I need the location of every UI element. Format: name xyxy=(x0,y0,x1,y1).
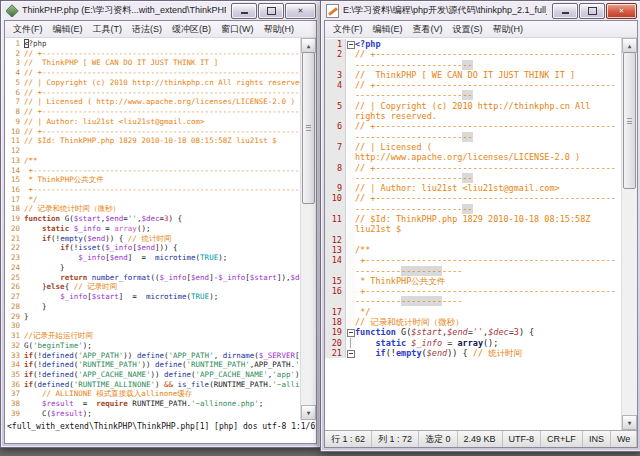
menu-item[interactable]: 文件(F) xyxy=(328,22,368,37)
code-line[interactable]: 26 }else{ // 记录时间 xyxy=(5,282,301,292)
close-button[interactable]: ✕ xyxy=(606,3,637,19)
maximize-button[interactable] xyxy=(579,3,605,19)
menu-item[interactable]: 文件(F) xyxy=(8,22,48,37)
code-line[interactable]: 7// | Licensed ( http://www.apache.org/l… xyxy=(5,97,301,107)
code-line[interactable]: 14 +------------------------------------… xyxy=(325,255,621,276)
code-line[interactable]: 23 $_info[$end] = microtime(TRUE); xyxy=(5,253,301,263)
scroll-up-arrow-icon[interactable]: ▲ xyxy=(622,38,637,53)
gvim-vertical-scrollbar[interactable]: ▲ ▼ xyxy=(300,38,316,420)
code-line[interactable]: 1<?php xyxy=(325,39,621,49)
code-text: // +------------------------------------… xyxy=(355,163,621,184)
code-line[interactable]: 3// ThinkPHP [ WE CAN DO IT JUST THINK I… xyxy=(325,70,621,80)
code-line[interactable]: 12 xyxy=(325,235,621,245)
menu-item[interactable]: 查看(V) xyxy=(408,22,448,37)
code-line[interactable]: 2// +-----------------------------------… xyxy=(5,49,301,59)
scroll-up-arrow-icon[interactable]: ▲ xyxy=(301,38,316,53)
menu-item[interactable]: 工具(T) xyxy=(88,22,128,37)
fold-toggle-icon[interactable] xyxy=(347,350,355,358)
gvim-scrollbar-thumb[interactable] xyxy=(302,52,315,204)
code-line[interactable]: 19function G($start,$end='',$dec=3) { xyxy=(5,214,301,224)
code-line[interactable]: 37 // ALLINONE 模式直接载入allinone缓存 xyxy=(5,389,301,399)
code-line[interactable]: 16 +------------------------------------… xyxy=(5,185,301,195)
minimize-button[interactable] xyxy=(552,3,578,19)
code-line[interactable]: 27 $_info[$start] = microtime(TRUE); xyxy=(5,292,301,302)
code-line[interactable]: 5// | Copyright (c) 2010 http://thinkphp… xyxy=(325,101,621,122)
code-line[interactable]: 8// +-----------------------------------… xyxy=(325,163,621,184)
code-line[interactable]: 5// | Copyright (c) 2010 http://thinkphp… xyxy=(5,78,301,88)
menu-item[interactable]: 语法(S) xyxy=(127,22,167,37)
fold-margin xyxy=(346,276,355,286)
code-line[interactable]: 22 if(!isset($_info[$end])) { xyxy=(5,243,301,253)
code-line[interactable]: 13/** xyxy=(325,245,621,255)
code-line[interactable]: 20 static $_info = array(); xyxy=(325,338,621,348)
scroll-down-arrow-icon[interactable]: ▼ xyxy=(301,405,316,420)
gvim-editor[interactable]: 1<?php2// +-----------------------------… xyxy=(5,38,316,420)
code-line[interactable]: 14 +------------------------------------… xyxy=(5,166,301,176)
code-line[interactable]: 10// +----------------------------------… xyxy=(5,127,301,137)
scroll-down-arrow-icon[interactable]: ▼ xyxy=(622,415,637,430)
menu-item[interactable]: 帮助(H) xyxy=(259,22,300,37)
code-line[interactable]: 6// +-----------------------------------… xyxy=(325,121,621,142)
code-line[interactable]: 9// | Author: liu21st <liu21st@gmail.com… xyxy=(325,183,621,193)
maximize-button[interactable] xyxy=(258,3,284,19)
code-line[interactable]: 4// +-----------------------------------… xyxy=(5,68,301,78)
fold-toggle-icon[interactable] xyxy=(347,329,355,337)
menu-item[interactable]: 缓冲区(B) xyxy=(167,22,216,37)
code-line[interactable]: 3// ThinkPHP [ WE CAN DO IT JUST THINK I… xyxy=(5,58,301,68)
menu-item[interactable]: 帮助(H) xyxy=(488,22,529,37)
menu-item[interactable]: 编辑(E) xyxy=(368,22,408,37)
code-line[interactable]: 25 return number_format(($_info[$end]-$_… xyxy=(5,273,301,283)
code-line[interactable]: 17 */ xyxy=(325,307,621,317)
editor-titlebar[interactable]: E:\学习资料\编程\php开发\源代码\thinkphp_2.1_full_w… xyxy=(321,1,640,20)
menu-item[interactable]: 设置(S) xyxy=(448,22,488,37)
code-line[interactable]: 11// $Id: ThinkPHP.php 1829 2010-10-18 0… xyxy=(5,136,301,146)
code-line[interactable]: 24 } xyxy=(5,263,301,273)
code-line[interactable]: 2// +-----------------------------------… xyxy=(325,49,621,70)
code-line[interactable]: 12 xyxy=(5,146,301,156)
fold-toggle-icon[interactable] xyxy=(347,41,355,49)
code-line[interactable]: 4// +-----------------------------------… xyxy=(325,80,621,101)
editor-scrollbar-thumb[interactable] xyxy=(623,52,636,189)
code-line[interactable]: 11// $Id: ThinkPHP.php 1829 2010-10-18 0… xyxy=(325,214,621,235)
code-line[interactable]: 15 * ThinkPHP公共文件 xyxy=(325,276,621,286)
minimize-button[interactable] xyxy=(231,3,257,19)
code-line[interactable]: 18// 记录和统计时间（微秒） xyxy=(5,204,301,214)
code-line[interactable]: 32G('beginTime'); xyxy=(5,341,301,351)
code-line[interactable]: 15 * ThinkPHP公共文件 xyxy=(5,175,301,185)
code-line[interactable]: 35if(!defined('APP_CACHE_NAME')) define(… xyxy=(5,370,301,380)
code-line[interactable]: 8// +-----------------------------------… xyxy=(5,107,301,117)
code-line[interactable]: 19function G($start,$end='',$dec=3) { xyxy=(325,327,621,337)
code-line[interactable]: 18// 记录和统计时间（微秒） xyxy=(325,317,621,327)
code-line[interactable]: 31//记录开始运行时间 xyxy=(5,331,301,341)
code-line[interactable]: 9// | Author: liu21st <liu21st@gmail.com… xyxy=(5,117,301,127)
code-line[interactable]: 33if(!defined('APP_PATH')) define('APP_P… xyxy=(5,351,301,361)
code-line[interactable]: 21 if(!empty($end)) { // 统计时间 xyxy=(5,234,301,244)
code-line[interactable]: 36if(defined('RUNTIME_ALLINONE') && is_f… xyxy=(5,380,301,390)
gvim-command-line[interactable] xyxy=(5,432,316,443)
code-line[interactable]: 20 static $_info = array(); xyxy=(5,224,301,234)
code-line[interactable]: 1<?php xyxy=(5,39,301,49)
code-line[interactable]: 39 C($result); xyxy=(5,409,301,419)
code-line[interactable]: 13/** xyxy=(5,156,301,166)
editor-code-area[interactable]: 1<?php2// +-----------------------------… xyxy=(325,39,621,430)
code-token: $end xyxy=(447,327,467,337)
close-button[interactable]: ✕ xyxy=(285,3,316,19)
code-line[interactable]: 17 */ xyxy=(5,195,301,205)
menu-item[interactable]: 编辑(E) xyxy=(48,22,88,37)
code-line[interactable]: 34if(!defined('RUNTIME_PATH')) define('R… xyxy=(5,360,301,370)
code-line[interactable]: 21 if(!empty($end)) { // 统计时间 xyxy=(325,348,621,358)
code-line[interactable]: 16 +------------------------------------… xyxy=(325,286,621,307)
editor-vertical-scrollbar[interactable]: ▲ ▼ xyxy=(621,38,637,430)
editor-text-area[interactable]: 1<?php2// +-----------------------------… xyxy=(325,38,637,430)
code-line[interactable]: 7// | Licensed ( http://www.apache.org/l… xyxy=(325,142,621,163)
code-line[interactable]: 29} xyxy=(5,312,301,322)
code-line[interactable]: 10// +----------------------------------… xyxy=(325,193,621,214)
code-token: array xyxy=(114,224,137,233)
gvim-code-area[interactable]: 1<?php2// +-----------------------------… xyxy=(5,39,301,420)
menu-item[interactable]: 窗口(W) xyxy=(216,22,259,37)
gvim-titlebar[interactable]: ThinkPHP.php (E:\学习资料...with_extend\Thin… xyxy=(1,1,320,20)
code-line[interactable]: 28 } xyxy=(5,302,301,312)
code-line[interactable]: 38 $result = require RUNTIME_PATH.'~alli… xyxy=(5,399,301,409)
code-line[interactable]: 30 xyxy=(5,321,301,331)
code-line[interactable]: 6// +-----------------------------------… xyxy=(5,88,301,98)
